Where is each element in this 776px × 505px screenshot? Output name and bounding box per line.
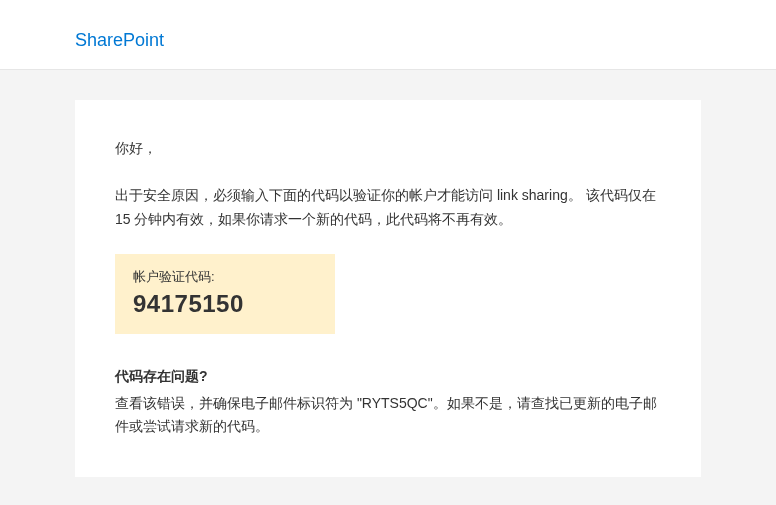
brand-title: SharePoint [75,30,776,51]
trouble-text: 查看该错误，并确保电子邮件标识符为 "RYTS5QC"。如果不是，请查找已更新的… [115,392,661,440]
instruction-text: 出于安全原因，必须输入下面的代码以验证你的帐户才能访问 link sharing… [115,184,661,232]
code-value: 94175150 [133,290,317,318]
message-card: 你好， 出于安全原因，必须输入下面的代码以验证你的帐户才能访问 link sha… [75,100,701,477]
code-label: 帐户验证代码: [133,268,317,286]
header-bar: SharePoint [0,0,776,70]
verification-code-box: 帐户验证代码: 94175150 [115,254,335,334]
main-background: 你好， 出于安全原因，必须输入下面的代码以验证你的帐户才能访问 link sha… [0,70,776,505]
trouble-title: 代码存在问题? [115,368,661,386]
greeting-text: 你好， [115,140,661,158]
